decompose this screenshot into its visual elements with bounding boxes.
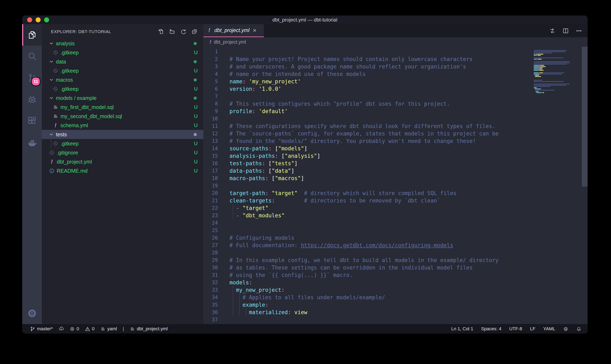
line-number: 9 <box>203 107 218 115</box>
code-line-18[interactable]: 18macro-paths: ["macros"] <box>203 175 588 182</box>
code-line-27[interactable]: 27# Full documentation: https://docs.get… <box>203 242 588 249</box>
status-git-branch[interactable]: master* <box>30 326 53 332</box>
minimize-window-button[interactable] <box>36 17 41 22</box>
code-line-14[interactable]: 14source-paths: ["models"] <box>203 145 588 152</box>
tree-item-my-second-dbt-model-sql[interactable]: my_second_dbt_model.sqlU <box>42 112 203 121</box>
code-line-32[interactable]: 32models: <box>203 279 588 286</box>
code-line-30[interactable]: 30# as tables. These settings can be ove… <box>203 264 588 271</box>
tree-item-models-example[interactable]: models / example <box>42 93 203 103</box>
new-folder-button[interactable] <box>169 28 175 35</box>
tree-item-dbt-project-yml[interactable]: !dbt_project.ymlU <box>42 157 203 166</box>
status-language-mode[interactable]: YAML <box>543 326 555 332</box>
token: "tests" <box>272 160 294 167</box>
code-line-6[interactable]: 6version: '1.0.0' <box>203 85 588 93</box>
status-notifications[interactable] <box>576 326 581 332</box>
status-yaml-outline[interactable]: yaml <box>100 326 117 332</box>
status-warning-count[interactable]: 0 <box>85 326 95 332</box>
code-line-26[interactable]: 26# Configuring models <box>203 234 588 242</box>
more-actions-button[interactable] <box>576 27 582 34</box>
tree-item-macros[interactable]: macros <box>42 75 203 84</box>
code-editor[interactable]: 12# Name your project! Project names sho… <box>203 47 588 324</box>
tree-item--gitkeep[interactable]: .gitkeepU <box>42 66 203 75</box>
editor-scrollbar[interactable] <box>582 47 588 187</box>
split-editor-button[interactable] <box>562 27 569 34</box>
tree-item--gitkeep[interactable]: .gitkeepU <box>42 139 203 148</box>
code-line-8[interactable]: 8# This setting configures which "profil… <box>203 100 588 107</box>
code-line-37[interactable]: 37 <box>203 316 588 324</box>
code-line-3[interactable]: 3# and underscores. A good package name … <box>203 63 588 70</box>
minimap[interactable] <box>534 49 581 95</box>
tree-item--gitkeep[interactable]: .gitkeepU <box>42 48 203 57</box>
open-changes-button[interactable] <box>549 27 556 34</box>
activity-item-docker[interactable] <box>22 132 42 153</box>
status-indentation[interactable]: Spaces: 4 <box>481 326 501 332</box>
status-eol-sequence[interactable]: LF <box>530 326 535 332</box>
code-line-9[interactable]: 9profile: 'default' <box>203 107 588 115</box>
code-line-11[interactable]: 11# These configurations specify where d… <box>203 122 588 130</box>
activity-bar: 11 <box>22 24 42 324</box>
chevron-down-icon <box>49 77 54 82</box>
tree-item-label: .gitkeep <box>60 50 79 56</box>
new-file-button[interactable] <box>158 28 164 35</box>
status-active-file-outline[interactable]: dbt_project.yml <box>130 326 167 332</box>
status-error-count[interactable]: 0 <box>69 326 79 332</box>
code-line-10[interactable]: 10 <box>203 115 588 122</box>
status-cursor-position[interactable]: Ln 1, Col 1 <box>451 326 473 332</box>
activity-item-extensions[interactable] <box>22 110 42 132</box>
git-file-icon <box>53 141 58 146</box>
code-line-24[interactable]: 24 <box>203 219 588 227</box>
status-encoding[interactable]: UTF-8 <box>509 326 522 332</box>
tree-item--gitkeep[interactable]: .gitkeepU <box>42 84 203 93</box>
code-line-28[interactable]: 28 <box>203 249 588 257</box>
code-line-35[interactable]: 35 example: <box>203 301 588 309</box>
code-line-33[interactable]: 33 my_new_project: <box>203 286 588 294</box>
code-line-2[interactable]: 2# Name your project! Project names shou… <box>203 55 588 63</box>
code-line-15[interactable]: 15analysis-paths: ["analysis"] <box>203 152 588 160</box>
close-tab-icon[interactable]: × <box>253 27 257 34</box>
token: # The `source-paths` config, for example… <box>229 130 499 137</box>
code-line-21[interactable]: 21clean-targets: # directories to be rem… <box>203 197 588 204</box>
code-line-12[interactable]: 12# The `source-paths` config, for examp… <box>203 130 588 137</box>
breadcrumb[interactable]: ! dbt_project.yml <box>203 37 588 47</box>
debug-icon <box>27 95 37 104</box>
zoom-window-button[interactable] <box>44 17 49 22</box>
code-line-36[interactable]: 36 materialized: view <box>203 309 588 316</box>
chevron-down-icon <box>49 132 54 137</box>
code-line-4[interactable]: 4# name or the intended use of these mod… <box>203 70 588 78</box>
activity-item-search[interactable] <box>22 46 42 67</box>
tree-item-readme-md[interactable]: README.mdU <box>42 166 203 175</box>
tree-item-data[interactable]: data <box>42 57 203 66</box>
code-line-16[interactable]: 16test-paths: ["tests"] <box>203 160 588 167</box>
code-line-34[interactable]: 34 # Applies to all files under models/e… <box>203 294 588 301</box>
tree-item-tests[interactable]: tests <box>42 130 203 139</box>
close-window-button[interactable] <box>27 17 32 22</box>
code-line-22[interactable]: 22 - "target" <box>203 204 588 212</box>
code-line-20[interactable]: 20target-path: "target" # directory whic… <box>203 189 588 197</box>
token: # In this example config, we tell dbt to… <box>229 257 499 263</box>
code-line-19[interactable]: 19 <box>203 182 588 189</box>
code-line-17[interactable]: 17data-paths: ["data"] <box>203 167 588 175</box>
code-line-1[interactable]: 1 <box>203 48 588 55</box>
activity-item-explorer[interactable] <box>22 24 42 46</box>
token: version <box>229 86 252 92</box>
tree-item-analysis[interactable]: analysis <box>42 39 203 48</box>
code-line-31[interactable]: 31# using the `{{ config(...) }}` macro. <box>203 271 588 279</box>
status-feedback[interactable] <box>563 326 568 332</box>
code-line-25[interactable]: 25 <box>203 227 588 234</box>
activity-item-source-control[interactable]: 11 <box>22 67 42 89</box>
yaml-warning-icon: ! <box>210 39 211 45</box>
code-line-23[interactable]: 23 - "dbt_modules" <box>203 212 588 219</box>
tree-item--gitignore[interactable]: .gitignoreU <box>42 148 203 157</box>
status-publish-changes[interactable] <box>59 326 64 332</box>
code-line-7[interactable]: 7 <box>203 93 588 100</box>
code-line-29[interactable]: 29# In this example config, we tell dbt … <box>203 257 588 264</box>
collapse-folders-button[interactable] <box>191 28 198 35</box>
refresh-explorer-button[interactable] <box>180 28 186 35</box>
activity-item-debug[interactable] <box>22 89 42 110</box>
activity-item-settings[interactable] <box>22 303 42 324</box>
tree-item-my-first-dbt-model-sql[interactable]: my_first_dbt_model.sqlU <box>42 103 203 112</box>
code-line-5[interactable]: 5name: 'my_new_project' <box>203 78 588 85</box>
tree-item-schema-yml[interactable]: !schema.ymlU <box>42 121 203 130</box>
code-line-13[interactable]: 13# found in the "models/" directory. Yo… <box>203 137 588 145</box>
tab-dbt-project-yml[interactable]: ! dbt_project.yml × <box>203 24 264 37</box>
